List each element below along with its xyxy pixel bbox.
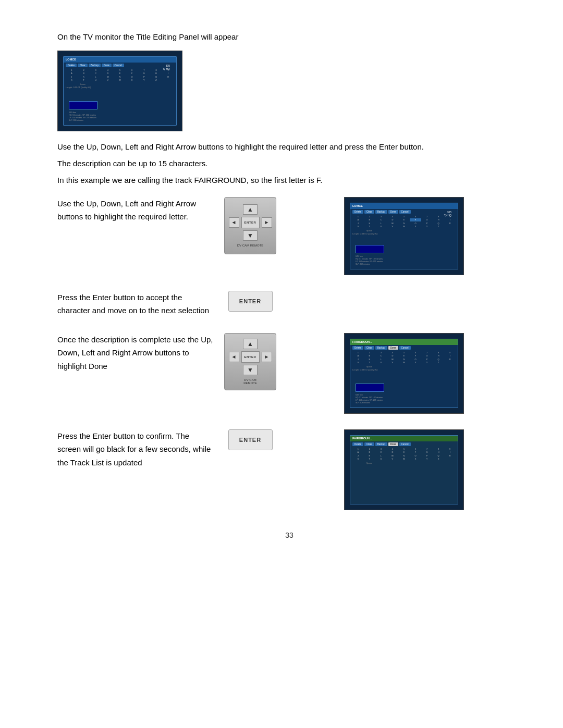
section4-description: Press the Enter button to confirm. The s…: [57, 429, 214, 470]
section3-description: Once the description is complete use the…: [57, 333, 214, 373]
page-container: On the TV monitor the Title Editing Pane…: [0, 0, 563, 571]
section3-text-col: Once the description is complete use the…: [57, 333, 214, 373]
section1-tv-col: LOMCE Delete Clear Backup Done Cancel 12…: [287, 197, 521, 275]
section2-button-col: ENTER: [224, 291, 276, 312]
section2-text-col: Press the Enter button to accept the cha…: [57, 291, 214, 317]
enter-label-2: ENTER: [239, 437, 261, 443]
arrow-left-button-2: ◄: [229, 352, 239, 362]
tv1-title: LOMCE: [66, 58, 76, 61]
tv1-btn-cancel: Cancel: [113, 64, 124, 67]
arrow-right-button: ►: [262, 217, 272, 228]
section-1: Use the Up, Down, Left and Right Arrow b…: [57, 197, 521, 275]
section-3: Once the description is complete use the…: [57, 333, 521, 414]
intro-line1: On the TV monitor the Title Editing Pane…: [57, 31, 521, 43]
tv-screenshot-4: FAIRGROUN... Delete Clear Backup Done Ca…: [344, 429, 464, 510]
section4-button-col: ENTER: [224, 429, 276, 450]
tv1-char: 1: [66, 69, 78, 72]
tv1-btn-clear: Clear: [78, 64, 88, 67]
arrow-right-button-2: ►: [262, 352, 272, 362]
remote-label: DV CAM REMOTE: [237, 244, 264, 247]
remote-control-1: ▲ ◄ ENTER ► ▼ DV CAM REMOTE: [224, 197, 276, 254]
page-number: 33: [57, 531, 521, 539]
enter-label: ENTER: [239, 298, 261, 304]
section3-tv-col: FAIRGROUN... Delete Clear Backup Done Ca…: [287, 333, 521, 414]
arrow-down-button: ▼: [243, 230, 258, 241]
section2-description: Press the Enter button to accept the cha…: [57, 291, 214, 317]
tv-screenshot-3: FAIRGROUN... Delete Clear Backup Done Ca…: [344, 333, 464, 414]
remote-enter-button-2: ENTER: [241, 351, 260, 363]
section3-remote-col: ▲ ◄ ENTER ► ▼ DV CAMREMOTE: [224, 333, 276, 390]
tv1-btn-backup: Backup: [89, 64, 101, 67]
tv3-title: FAIRGROUN...: [352, 340, 372, 343]
tv1-textbox: [69, 101, 97, 109]
arrow-up-button: ▲: [243, 204, 258, 215]
tv1-timecode: 305Ty HQ: [163, 64, 170, 70]
section4-text-col: Press the Enter button to confirm. The s…: [57, 429, 214, 470]
desc-line2: Use the Up, Down, Left and Right Arrow b…: [57, 141, 521, 153]
tv-screenshot-2: LOMCE Delete Clear Backup Done Cancel 12…: [344, 197, 464, 275]
section1-text-col: Use the Up, Down, Left and Right Arrow b…: [57, 197, 214, 224]
arrow-up-button-2: ▲: [243, 339, 258, 349]
enter-button-image: ENTER: [228, 291, 273, 312]
remote-enter-button: ENTER: [241, 217, 260, 228]
tv1-statbox: 64% free HQ: 51 minutes SP: 102 minutes …: [69, 112, 96, 122]
tv4-title: FAIRGROUN...: [352, 437, 372, 440]
tv1-status: Space Length: 0:00:01 Quality:HQ: [64, 82, 176, 90]
remote-label-2: DV CAMREMOTE: [243, 378, 257, 385]
remote-control-2: ▲ ◄ ENTER ► ▼ DV CAMREMOTE: [224, 333, 276, 390]
tv2-title: LOMCE: [352, 204, 363, 207]
remote-middle-2: ◄ ENTER ►: [229, 351, 272, 363]
tv1-btn-done: Done: [102, 64, 112, 67]
tv-screenshot-1: LOMCE Delete Clear Backup Done Cancel 12…: [57, 51, 182, 131]
section1-remote-col: ▲ ◄ ENTER ► ▼ DV CAM REMOTE: [224, 197, 276, 254]
arrow-down-button-2: ▼: [243, 365, 258, 375]
screenshot-1-container: LOMCE Delete Clear Backup Done Cancel 12…: [57, 51, 521, 131]
tv1-btn-delete: Delete: [66, 64, 77, 67]
arrow-left-button: ◄: [229, 217, 239, 228]
section4-tv-col: FAIRGROUN... Delete Clear Backup Done Ca…: [287, 429, 521, 510]
section-2: Press the Enter button to accept the cha…: [57, 291, 521, 317]
remote-middle: ◄ ENTER ►: [229, 217, 272, 228]
section-4: Press the Enter button to confirm. The s…: [57, 429, 521, 510]
desc-line4: In this example we are calling the track…: [57, 174, 521, 187]
desc-line3: The description can be up to 15 characte…: [57, 157, 521, 170]
enter-button-image-2: ENTER: [228, 429, 273, 450]
section1-description: Use the Up, Down, Left and Right Arrow b…: [57, 197, 214, 224]
